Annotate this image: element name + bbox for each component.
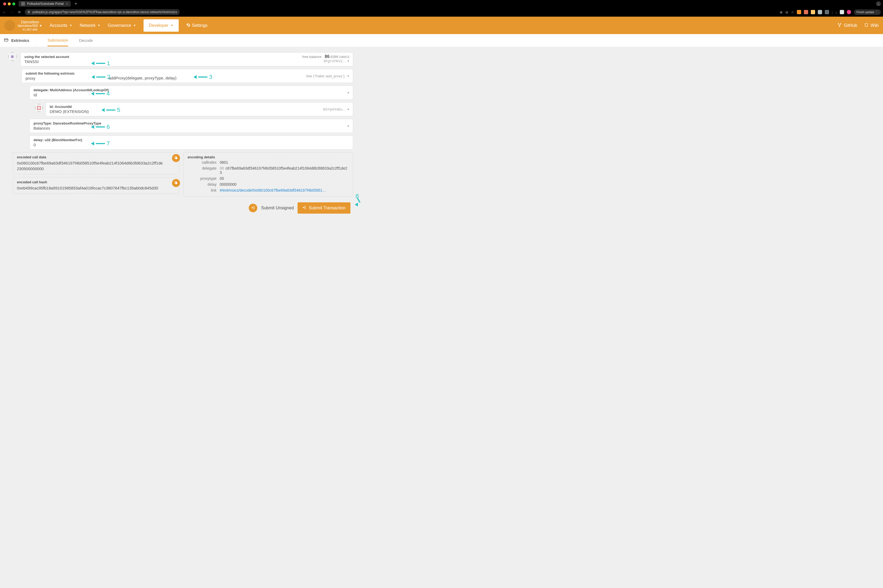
svg-point-0	[838, 23, 839, 24]
bookmark-icon[interactable]: ☆	[791, 10, 794, 14]
extension-icon[interactable]	[804, 10, 808, 14]
detail-delay-value: 00000000	[220, 182, 349, 186]
nav-governance[interactable]: Governance▼	[108, 23, 136, 28]
identicon-icon	[35, 104, 43, 112]
account-selector[interactable]: using the selected account TANSSI free b…	[20, 52, 353, 66]
proxytype-selector[interactable]: proxyType: DanceboxRuntimeProxyType Bala…	[30, 119, 353, 133]
address-bar-row: ← → ⟳ ⚙ polkadot.js.org/apps/?rpc=wss%3A…	[0, 8, 883, 16]
svg-point-10	[37, 107, 38, 108]
copy-call-hash-button[interactable]	[172, 179, 180, 187]
tab-submission[interactable]: Submission	[48, 34, 68, 46]
encoded-call-hash-box: encoded call hash 0xeb499cac95fb18a99101…	[13, 177, 179, 194]
delegate-type-selector[interactable]: delegate: MultiAddress (AccountIdLookupO…	[30, 86, 353, 100]
close-tab-icon[interactable]: ✕	[66, 2, 68, 6]
call-data-value: 0x060100c67fbe69a63df346197f4b058510f5e4…	[17, 160, 175, 171]
detail-callindex-value: 0601	[220, 160, 349, 165]
extension-icon[interactable]	[818, 10, 822, 14]
delay-label: delay: u32 (BlockNumberFor)	[33, 138, 349, 142]
extension-icon[interactable]	[811, 10, 815, 14]
accountid-label: Id: AccountId	[49, 105, 349, 109]
finish-update-button[interactable]: Finish update⋮	[854, 9, 881, 15]
accountid-selector[interactable]: Id: AccountId DEMO (EXTENSION) 5GYyHYvEn…	[46, 102, 353, 116]
proxytype-value: Balances	[33, 126, 349, 130]
annotation-4: 4	[106, 90, 110, 97]
block-number: #1,497,409	[22, 28, 37, 32]
svg-rect-6	[35, 104, 42, 111]
wiki-link[interactable]: Wiki	[864, 23, 879, 28]
detail-link-value[interactable]: #/extrinsics/decode/0x060100c67fbe69a63d…	[220, 188, 349, 192]
svg-rect-3	[4, 39, 8, 41]
nav-accounts[interactable]: Accounts▼	[49, 23, 72, 28]
annotation-6: 6	[106, 123, 110, 130]
call-data-label: encoded call data	[17, 155, 175, 159]
svg-point-14	[40, 109, 40, 110]
svg-point-1	[840, 23, 841, 24]
nav-developer[interactable]: Developer▼	[144, 20, 179, 32]
fullscreen-window-icon[interactable]	[12, 2, 15, 5]
submit-unsigned-icon-button[interactable]	[249, 204, 257, 212]
chain-sub: dancebox/500	[18, 24, 38, 28]
call-hint: See [`Pallet::add_proxy`].	[306, 74, 345, 78]
chain-name: Dancebox	[21, 20, 39, 24]
site-settings-icon[interactable]: ⚙	[27, 10, 30, 14]
gear-icon	[186, 23, 190, 28]
chevron-down-icon: ▼	[347, 108, 349, 111]
svg-point-2	[839, 26, 840, 27]
window-controls[interactable]	[2, 2, 15, 5]
svg-point-8	[38, 106, 39, 107]
detail-delegate-value: 00c67fbe69a63df346197f4b058510f5e4feab21…	[220, 166, 349, 175]
accountid-short-address: 5GYyHYvEn…	[323, 107, 346, 111]
page-title: Extrinsics	[11, 38, 29, 43]
svg-point-7	[37, 106, 38, 107]
nav-settings[interactable]: Settings	[186, 23, 208, 28]
detail-delay-key: delay	[187, 182, 216, 186]
close-window-icon[interactable]	[3, 2, 6, 5]
detail-proxytype-value: 05	[220, 176, 349, 181]
account-value: TANSSI	[24, 59, 349, 64]
minimize-window-icon[interactable]	[8, 2, 11, 5]
delay-input[interactable]: delay: u32 (BlockNumberFor) 0 7	[30, 135, 353, 150]
new-tab-button[interactable]: +	[72, 2, 79, 6]
tab-overflow-icon[interactable]: ⌄	[876, 2, 881, 6]
forward-button: →	[10, 10, 14, 14]
extensions-menu-icon[interactable]	[825, 10, 829, 14]
tab-decode[interactable]: Decode	[79, 35, 93, 46]
extension-icon[interactable]	[840, 10, 844, 14]
delegate-label: delegate: MultiAddress (AccountIdLookupO…	[33, 88, 349, 92]
book-icon	[864, 23, 868, 28]
submit-unsigned-button[interactable]: Submit Unsigned	[261, 206, 294, 210]
chain-selector[interactable]: Dancebox dancebox/500 ▼ #1,497,409	[4, 20, 42, 32]
annotation-5: 5	[117, 106, 120, 114]
download-icon[interactable]: ↓	[835, 10, 837, 14]
copy-call-data-button[interactable]	[172, 154, 180, 162]
sign-in-icon	[302, 206, 306, 210]
svg-point-13	[38, 109, 39, 110]
chevron-down-icon: ▼	[133, 24, 136, 27]
account-short-address: 5FgYJYKVJ…	[324, 59, 346, 63]
password-icon[interactable]: ⊕	[780, 10, 783, 14]
submit-transaction-button[interactable]: Submit Transaction	[298, 202, 351, 214]
github-link[interactable]: GitHub	[837, 23, 857, 28]
call-hash-label: encoded call hash	[17, 180, 175, 184]
zoom-icon[interactable]: ⊖	[786, 10, 788, 14]
profile-icon[interactable]	[847, 10, 851, 14]
browser-tab[interactable]: Polkadot/Substrate Portal ✕	[18, 1, 71, 7]
reload-button[interactable]: ⟳	[17, 10, 21, 14]
tab-title: Polkadot/Substrate Portal	[27, 2, 64, 6]
chevron-down-icon: ▼	[347, 75, 349, 78]
detail-proxytype-key: proxytype	[187, 176, 216, 181]
svg-point-11	[40, 107, 40, 108]
accountid-value: DEMO (EXTENSION)	[49, 109, 349, 114]
chain-logo-icon	[4, 20, 15, 31]
account-label: using the selected account	[24, 55, 349, 59]
annotation-7: 7	[106, 140, 110, 147]
extension-icon[interactable]	[797, 10, 801, 14]
annotation-1: 1	[107, 60, 110, 67]
details-label: encoding details	[187, 155, 349, 159]
address-bar[interactable]: ⚙ polkadot.js.org/apps/?rpc=wss%3A%2F%2F…	[25, 9, 180, 15]
content: using the selected account TANSSI free b…	[0, 47, 361, 222]
detail-delegate-key: delegate	[187, 166, 216, 175]
detail-link-key: link	[187, 188, 216, 192]
nav-network[interactable]: Network▼	[80, 23, 100, 28]
back-button[interactable]: ←	[2, 10, 6, 14]
